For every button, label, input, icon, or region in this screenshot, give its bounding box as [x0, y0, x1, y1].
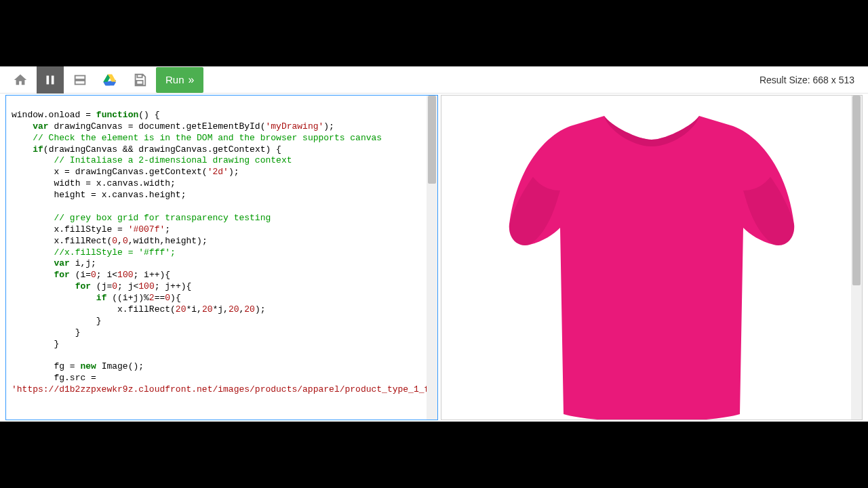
home-icon — [13, 73, 28, 87]
code-scrollbar[interactable] — [427, 96, 437, 420]
layout-stack-icon — [73, 73, 87, 87]
pause-button[interactable] — [37, 66, 64, 94]
run-label: Run — [165, 74, 184, 85]
svg-marker-6 — [103, 81, 116, 85]
panes: window.onload = function() { var drawing… — [0, 94, 868, 422]
pause-icon — [43, 73, 58, 87]
tshirt-tag — [646, 127, 657, 136]
result-scrollbar[interactable] — [851, 96, 862, 420]
code-scroll-thumb[interactable] — [428, 96, 436, 184]
result-pane — [441, 95, 863, 420]
svg-rect-1 — [52, 75, 54, 84]
layout-button[interactable] — [66, 66, 94, 94]
svg-rect-0 — [47, 75, 50, 84]
google-drive-icon — [102, 73, 117, 87]
run-button[interactable]: Run » — [156, 67, 203, 93]
result-size-label: Result Size: 668 x 513 — [760, 75, 861, 85]
result-scroll-thumb[interactable] — [852, 96, 861, 285]
code-editor[interactable]: window.onload = function() { var drawing… — [5, 95, 438, 420]
svg-rect-3 — [75, 80, 85, 84]
drive-button[interactable] — [96, 66, 123, 94]
tshirt-image — [502, 102, 801, 420]
save-icon — [132, 73, 147, 87]
app-area: Run » Result Size: 668 x 513 window.onlo… — [0, 66, 868, 422]
save-button[interactable] — [126, 66, 153, 94]
code-text[interactable]: window.onload = function() { var drawing… — [6, 96, 427, 420]
toolbar: Run » Result Size: 668 x 513 — [0, 66, 868, 94]
svg-rect-2 — [75, 75, 85, 79]
run-arrow-icon: » — [189, 74, 195, 86]
home-button[interactable] — [7, 66, 34, 94]
